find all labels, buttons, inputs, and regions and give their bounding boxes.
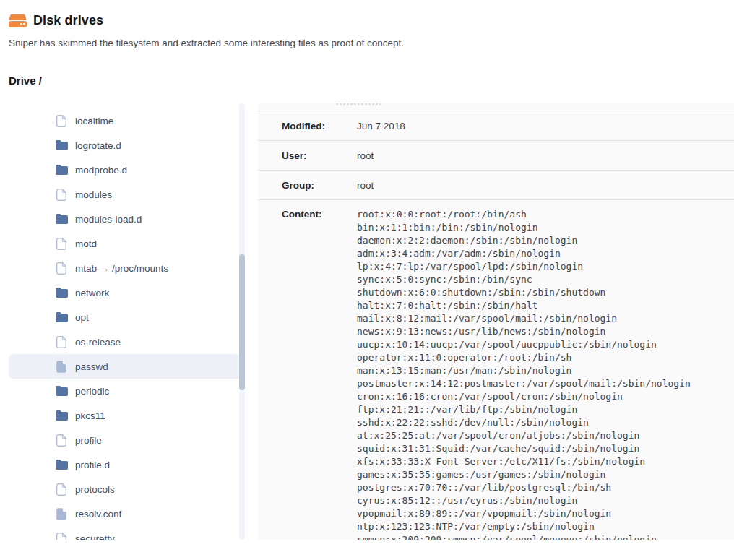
tree-item[interactable]: profile: [9, 428, 245, 452]
tree-item-label: passwd: [75, 361, 108, 372]
detail-row-label: Modified:: [282, 121, 357, 132]
tree-item[interactable]: passwd: [9, 354, 245, 379]
folder-icon: [56, 312, 68, 322]
detail-row-value: root: [357, 150, 374, 161]
tree-item[interactable]: resolv.conf: [9, 501, 245, 526]
tree-item[interactable]: protocols: [9, 477, 245, 501]
detail-row: Modified: Jun 7 2018: [258, 111, 734, 141]
tree-item-label: profile: [75, 435, 102, 446]
detail-row: Group: root: [258, 171, 734, 200]
tree-item-label: periodic: [75, 386, 109, 397]
file-icon: [56, 115, 66, 127]
tree-item-label: os-release: [75, 337, 121, 348]
detail-row-label: Group:: [282, 180, 357, 191]
folder-icon: [56, 288, 68, 298]
tree-item-label: logrotate.d: [75, 140, 121, 151]
tree-item-label: securetty: [75, 533, 115, 540]
tree-item[interactable]: modules-load.d: [9, 207, 245, 231]
tree-item-label: modules: [75, 189, 112, 200]
tree-item[interactable]: logrotate.d: [9, 133, 245, 158]
tree-item[interactable]: modprobe.d: [9, 158, 245, 182]
detail-rows: Modified: Jun 7 2018 User: root Group: r…: [258, 111, 734, 200]
file-icon: [56, 262, 66, 275]
hard-drive-icon: [9, 13, 27, 28]
detail-row-value: root: [357, 180, 374, 191]
folder-icon: [56, 386, 68, 396]
tree-item-label: pkcs11: [75, 410, 105, 421]
content-area: localtime logrotate.d modprobe.d modules…: [0, 103, 734, 540]
folder-icon: [56, 410, 68, 421]
folder-icon: [56, 460, 68, 470]
detail-row-value: Jun 7 2018: [357, 121, 405, 132]
tree-item[interactable]: os-release: [9, 329, 245, 354]
file-tree: localtime logrotate.d modprobe.d modules…: [9, 103, 245, 540]
page-title: Disk drives: [33, 13, 103, 28]
file-icon: [56, 336, 66, 348]
content-label: Content:: [282, 208, 357, 220]
tree-item-label: motd: [75, 238, 97, 249]
clipped-row-remnant: [336, 103, 381, 105]
tree-item[interactable]: profile.d: [9, 452, 245, 477]
folder-icon: [56, 140, 68, 150]
file-content-text: root:x:0:0:root:/root:/bin/ash bin:x:1:1…: [357, 208, 691, 540]
file-icon: [56, 189, 66, 201]
tree-item-label: network: [75, 288, 109, 298]
tree-item[interactable]: motd: [9, 231, 245, 256]
tree-item-label: modprobe.d: [75, 165, 127, 176]
folder-icon: [56, 165, 68, 175]
file-icon: [56, 483, 66, 496]
content-row: Content: root:x:0:0:root:/root:/bin/ash …: [258, 199, 734, 540]
tree-item-label: profile.d: [75, 460, 110, 470]
tree-item[interactable]: pkcs11: [9, 403, 245, 428]
tree-item[interactable]: modules: [9, 182, 245, 207]
detail-row: User: root: [258, 141, 734, 171]
file-icon: [56, 533, 66, 540]
sidebar-scrollbar-track[interactable]: [239, 103, 245, 540]
file-icon: [56, 361, 66, 373]
tree-item[interactable]: securetty: [9, 526, 245, 540]
tree-item-label: modules-load.d: [75, 214, 142, 225]
page-subtitle: Sniper has skimmed the filesystem and ex…: [9, 38, 404, 48]
drive-heading: Drive /: [9, 74, 42, 87]
tree-item-label: mtab → /proc/mounts: [75, 263, 168, 274]
page-header: Disk drives: [9, 13, 734, 28]
file-icon: [56, 434, 66, 447]
tree-item-label: protocols: [75, 484, 115, 495]
disk-drives-page: Disk drives Sniper has skimmed the files…: [0, 0, 734, 560]
tree-item[interactable]: opt: [9, 305, 245, 329]
file-icon: [56, 238, 66, 250]
tree-item-label: opt: [75, 312, 89, 323]
tree-item[interactable]: periodic: [9, 379, 245, 403]
tree-item-label: resolv.conf: [75, 509, 121, 520]
detail-row-label: User:: [282, 150, 357, 161]
file-icon: [56, 508, 66, 520]
tree-item[interactable]: mtab → /proc/mounts: [9, 256, 245, 280]
folder-icon: [56, 214, 68, 224]
tree-item[interactable]: network: [9, 280, 245, 305]
tree-item[interactable]: localtime: [9, 108, 245, 133]
sidebar-scrollbar-thumb[interactable]: [239, 254, 245, 390]
tree-item-label: localtime: [75, 116, 113, 126]
file-details-panel: Modified: Jun 7 2018 User: root Group: r…: [258, 103, 734, 540]
